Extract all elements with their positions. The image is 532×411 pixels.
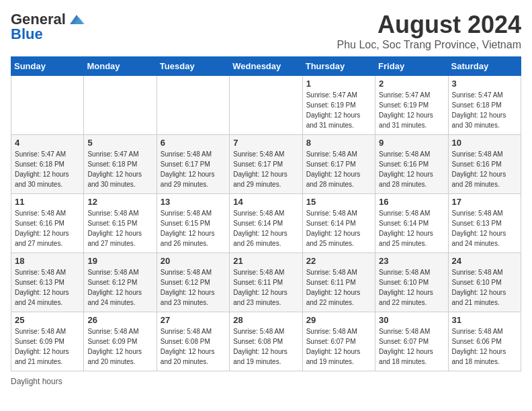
day-info: Sunrise: 5:48 AM Sunset: 6:13 PM Dayligh… <box>15 267 80 308</box>
day-number: 29 <box>306 315 371 325</box>
day-info: Sunrise: 5:48 AM Sunset: 6:12 PM Dayligh… <box>87 267 152 308</box>
day-number: 11 <box>15 197 80 207</box>
day-number: 31 <box>452 315 517 325</box>
title-block: August 2024 Phu Loc, Soc Trang Province,… <box>337 11 521 51</box>
subtitle: Phu Loc, Soc Trang Province, Vietnam <box>337 39 521 51</box>
day-info: Sunrise: 5:48 AM Sunset: 6:09 PM Dayligh… <box>87 326 152 367</box>
calendar-cell: 22Sunrise: 5:48 AM Sunset: 6:11 PM Dayli… <box>302 253 375 312</box>
day-info: Sunrise: 5:47 AM Sunset: 6:19 PM Dayligh… <box>379 90 444 130</box>
calendar-cell: 15Sunrise: 5:48 AM Sunset: 6:14 PM Dayli… <box>302 194 375 253</box>
day-number: 15 <box>306 197 371 207</box>
day-number: 12 <box>87 197 152 207</box>
day-number: 28 <box>233 315 298 325</box>
calendar-body: 1Sunrise: 5:47 AM Sunset: 6:19 PM Daylig… <box>11 76 521 371</box>
day-info: Sunrise: 5:48 AM Sunset: 6:15 PM Dayligh… <box>87 208 152 248</box>
calendar-cell: 13Sunrise: 5:48 AM Sunset: 6:15 PM Dayli… <box>157 194 229 253</box>
weekday-header-saturday: Saturday <box>448 57 521 76</box>
day-number: 2 <box>379 79 444 89</box>
calendar-week-5: 25Sunrise: 5:48 AM Sunset: 6:09 PM Dayli… <box>11 312 521 371</box>
day-info: Sunrise: 5:48 AM Sunset: 6:17 PM Dayligh… <box>306 149 371 189</box>
day-info: Sunrise: 5:48 AM Sunset: 6:10 PM Dayligh… <box>452 267 517 308</box>
day-number: 24 <box>452 256 517 266</box>
logo: General Blue <box>11 11 86 43</box>
calendar-cell: 23Sunrise: 5:48 AM Sunset: 6:10 PM Dayli… <box>375 253 448 312</box>
calendar-table: SundayMondayTuesdayWednesdayThursdayFrid… <box>11 56 521 371</box>
day-number: 3 <box>452 79 517 89</box>
day-number: 19 <box>87 256 152 266</box>
day-info: Sunrise: 5:48 AM Sunset: 6:17 PM Dayligh… <box>161 149 226 189</box>
day-info: Sunrise: 5:47 AM Sunset: 6:18 PM Dayligh… <box>87 149 152 189</box>
calendar-cell: 29Sunrise: 5:48 AM Sunset: 6:07 PM Dayli… <box>302 312 375 371</box>
daylight-label: Daylight hours <box>11 377 62 386</box>
day-number: 9 <box>379 138 444 148</box>
calendar-cell: 25Sunrise: 5:48 AM Sunset: 6:09 PM Dayli… <box>11 312 84 371</box>
day-number: 14 <box>233 197 298 207</box>
calendar-cell <box>157 76 229 135</box>
weekday-header-wednesday: Wednesday <box>230 57 302 76</box>
calendar-cell: 11Sunrise: 5:48 AM Sunset: 6:16 PM Dayli… <box>11 194 84 253</box>
calendar-cell: 6Sunrise: 5:48 AM Sunset: 6:17 PM Daylig… <box>157 135 229 194</box>
calendar-week-3: 11Sunrise: 5:48 AM Sunset: 6:16 PM Dayli… <box>11 194 521 253</box>
calendar-cell: 18Sunrise: 5:48 AM Sunset: 6:13 PM Dayli… <box>11 253 84 312</box>
weekday-header-friday: Friday <box>375 57 448 76</box>
calendar-cell: 19Sunrise: 5:48 AM Sunset: 6:12 PM Dayli… <box>84 253 157 312</box>
calendar-cell: 14Sunrise: 5:48 AM Sunset: 6:14 PM Dayli… <box>230 194 302 253</box>
calendar-cell: 20Sunrise: 5:48 AM Sunset: 6:12 PM Dayli… <box>157 253 229 312</box>
page-wrapper: General Blue August 2024 Phu Loc, Soc Tr… <box>11 11 521 386</box>
day-number: 5 <box>87 138 152 148</box>
day-info: Sunrise: 5:48 AM Sunset: 6:08 PM Dayligh… <box>233 326 298 367</box>
weekday-header-monday: Monday <box>84 57 157 76</box>
day-info: Sunrise: 5:47 AM Sunset: 6:18 PM Dayligh… <box>15 149 80 189</box>
logo-icon <box>67 12 86 27</box>
day-number: 1 <box>306 79 371 89</box>
calendar-cell: 26Sunrise: 5:48 AM Sunset: 6:09 PM Dayli… <box>84 312 157 371</box>
calendar-cell: 21Sunrise: 5:48 AM Sunset: 6:11 PM Dayli… <box>230 253 302 312</box>
day-info: Sunrise: 5:48 AM Sunset: 6:11 PM Dayligh… <box>306 267 371 308</box>
calendar-cell: 27Sunrise: 5:48 AM Sunset: 6:08 PM Dayli… <box>157 312 229 371</box>
day-info: Sunrise: 5:48 AM Sunset: 6:07 PM Dayligh… <box>306 326 371 367</box>
day-info: Sunrise: 5:48 AM Sunset: 6:17 PM Dayligh… <box>233 149 298 189</box>
calendar-cell <box>84 76 157 135</box>
calendar-cell: 24Sunrise: 5:48 AM Sunset: 6:10 PM Dayli… <box>448 253 521 312</box>
calendar-cell: 16Sunrise: 5:48 AM Sunset: 6:14 PM Dayli… <box>375 194 448 253</box>
footer: Daylight hours <box>11 377 521 386</box>
calendar-week-4: 18Sunrise: 5:48 AM Sunset: 6:13 PM Dayli… <box>11 253 521 312</box>
weekday-header-row: SundayMondayTuesdayWednesdayThursdayFrid… <box>11 57 521 76</box>
day-info: Sunrise: 5:48 AM Sunset: 6:14 PM Dayligh… <box>379 208 444 248</box>
day-info: Sunrise: 5:48 AM Sunset: 6:13 PM Dayligh… <box>452 208 517 248</box>
calendar-cell: 12Sunrise: 5:48 AM Sunset: 6:15 PM Dayli… <box>84 194 157 253</box>
day-info: Sunrise: 5:48 AM Sunset: 6:14 PM Dayligh… <box>233 208 298 248</box>
day-info: Sunrise: 5:48 AM Sunset: 6:15 PM Dayligh… <box>161 208 226 248</box>
day-number: 27 <box>161 315 226 325</box>
weekday-header-tuesday: Tuesday <box>157 57 229 76</box>
day-number: 7 <box>233 138 298 148</box>
calendar-week-1: 1Sunrise: 5:47 AM Sunset: 6:19 PM Daylig… <box>11 76 521 135</box>
calendar-cell: 7Sunrise: 5:48 AM Sunset: 6:17 PM Daylig… <box>230 135 302 194</box>
day-number: 13 <box>161 197 226 207</box>
day-number: 26 <box>87 315 152 325</box>
calendar-cell: 10Sunrise: 5:48 AM Sunset: 6:16 PM Dayli… <box>448 135 521 194</box>
calendar-cell: 30Sunrise: 5:48 AM Sunset: 6:07 PM Dayli… <box>375 312 448 371</box>
day-info: Sunrise: 5:48 AM Sunset: 6:11 PM Dayligh… <box>233 267 298 308</box>
calendar-cell: 9Sunrise: 5:48 AM Sunset: 6:16 PM Daylig… <box>375 135 448 194</box>
day-number: 30 <box>379 315 444 325</box>
day-info: Sunrise: 5:48 AM Sunset: 6:16 PM Dayligh… <box>15 208 80 248</box>
calendar-cell: 8Sunrise: 5:48 AM Sunset: 6:17 PM Daylig… <box>302 135 375 194</box>
day-info: Sunrise: 5:48 AM Sunset: 6:16 PM Dayligh… <box>379 149 444 189</box>
day-number: 23 <box>379 256 444 266</box>
calendar-cell: 3Sunrise: 5:47 AM Sunset: 6:18 PM Daylig… <box>448 76 521 135</box>
logo-blue: Blue <box>11 26 43 43</box>
day-info: Sunrise: 5:48 AM Sunset: 6:06 PM Dayligh… <box>452 326 517 367</box>
day-info: Sunrise: 5:48 AM Sunset: 6:08 PM Dayligh… <box>161 326 226 367</box>
main-title: August 2024 <box>337 11 521 39</box>
day-info: Sunrise: 5:48 AM Sunset: 6:10 PM Dayligh… <box>379 267 444 308</box>
day-number: 4 <box>15 138 80 148</box>
day-number: 8 <box>306 138 371 148</box>
day-number: 22 <box>306 256 371 266</box>
day-number: 21 <box>233 256 298 266</box>
calendar-cell <box>230 76 302 135</box>
day-info: Sunrise: 5:47 AM Sunset: 6:19 PM Dayligh… <box>306 90 371 130</box>
day-info: Sunrise: 5:47 AM Sunset: 6:18 PM Dayligh… <box>452 90 517 130</box>
day-number: 20 <box>161 256 226 266</box>
day-info: Sunrise: 5:48 AM Sunset: 6:09 PM Dayligh… <box>15 326 80 367</box>
